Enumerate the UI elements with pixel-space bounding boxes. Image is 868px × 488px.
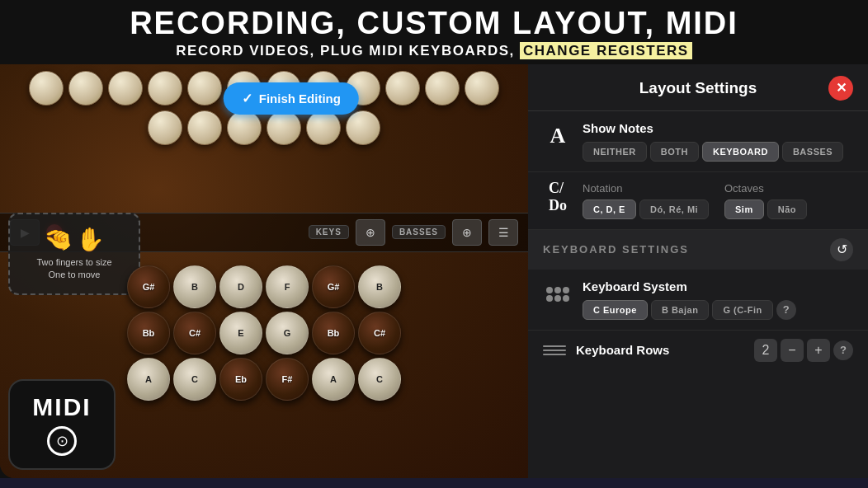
finish-editing-button[interactable]: ✓ Finish Editing — [224, 82, 359, 115]
panel-header: Layout Settings ✕ — [528, 64, 868, 111]
rows-value: 2 — [754, 339, 777, 362]
bass-button[interactable] — [306, 110, 341, 145]
show-notes-keyboard[interactable]: KEYBOARD — [702, 142, 779, 162]
keyboard-settings-header: KEYBOARD SETTINGS ↺ — [528, 230, 868, 270]
dot — [563, 295, 569, 302]
show-notes-both[interactable]: BOTH — [650, 142, 699, 162]
system-bbajan[interactable]: B Bajan — [651, 300, 709, 320]
notes-icon: A — [543, 121, 573, 151]
key-fsharp[interactable]: F# — [266, 358, 309, 401]
notation-two-col: Notation C, D, E Dó, Ré, Mi Octaves Sim … — [583, 182, 853, 219]
keyboard-system-help[interactable]: ? — [776, 300, 796, 320]
rows-decrease-button[interactable]: − — [781, 339, 804, 362]
rows-icon — [543, 339, 566, 362]
bass-button[interactable] — [346, 110, 380, 145]
notation-cde[interactable]: C, D, E — [583, 199, 636, 219]
keyboard-system-label: Keyboard System — [583, 279, 853, 293]
system-gcfin[interactable]: G (C-Fin — [712, 300, 772, 320]
banner-title-line1: RECORDING, CUSTOM LAYOUT, MIDI — [0, 7, 868, 41]
move-icon: ✋ — [76, 226, 105, 253]
key-eb[interactable]: Eb — [219, 358, 262, 401]
rows-increase-button[interactable]: + — [807, 339, 830, 362]
key-bb2[interactable]: Bb — [312, 312, 355, 354]
notation-section: C/Do Notation C, D, E Dó, Ré, Mi Octaves — [528, 172, 868, 230]
show-notes-neither[interactable]: NEITHER — [583, 142, 647, 162]
octaves-buttons: Sim Não — [724, 199, 853, 219]
key-c[interactable]: C — [173, 358, 216, 401]
bass-button[interactable] — [68, 71, 103, 106]
show-notes-buttons: NEITHER BOTH KEYBOARD BASSES — [583, 142, 853, 162]
settings-panel: Layout Settings ✕ A Show Notes NEITHER B… — [528, 64, 868, 478]
key-e[interactable]: E — [219, 312, 262, 354]
dot — [546, 295, 553, 302]
main-area: ▶ KEYS ⊕ BASSES ⊕ ☰ 🤏 ✋ Two fingers to s… — [0, 64, 868, 478]
dot — [554, 295, 561, 302]
show-notes-label: Show Notes — [583, 121, 853, 135]
close-button[interactable]: ✕ — [828, 76, 853, 101]
notation-content: Notation C, D, E Dó, Ré, Mi Octaves Sim … — [583, 182, 853, 219]
key-g[interactable]: G — [266, 312, 309, 354]
keys-label: KEYS — [309, 225, 349, 239]
bass-button[interactable] — [108, 71, 143, 106]
key-a2[interactable]: A — [312, 358, 355, 401]
bass-button[interactable] — [187, 71, 222, 106]
midi-icon: ⊙ — [47, 426, 77, 456]
midi-label: MIDI — [32, 393, 91, 421]
banner-title-line2: RECORD VIDEOS, PLUG MIDI KEYBOARDS, CHAN… — [0, 41, 868, 61]
keyboard-rows-label: Keyboard Rows — [576, 343, 744, 357]
bass-button[interactable] — [29, 71, 64, 106]
row-line — [543, 350, 566, 351]
key-b2[interactable]: B — [358, 265, 401, 308]
keyboard-system-section: Keyboard System C Europe B Bajan G (C-Fi… — [528, 270, 868, 331]
bass-button[interactable] — [148, 110, 182, 145]
dots-pattern-icon — [546, 287, 569, 302]
dot — [554, 287, 561, 293]
bass-button[interactable] — [465, 71, 499, 106]
midi-badge: MIDI ⊙ — [8, 379, 116, 470]
row-line — [543, 354, 566, 355]
panel-title: Layout Settings — [568, 79, 828, 97]
bass-button[interactable] — [227, 110, 262, 145]
accordion-area: ▶ KEYS ⊕ BASSES ⊕ ☰ 🤏 ✋ Two fingers to s… — [0, 64, 528, 478]
resize-icon: 🤏 ✋ — [44, 226, 105, 253]
menu-button[interactable]: ☰ — [488, 219, 518, 246]
bass-button[interactable] — [187, 110, 222, 145]
key-gsharp2[interactable]: G# — [312, 265, 355, 308]
banner-line2-normal: RECORD VIDEOS, PLUG MIDI KEYBOARDS, — [176, 43, 514, 59]
key-d[interactable]: D — [219, 265, 262, 308]
key-row-2: Bb C# E G Bb C# — [0, 310, 528, 356]
notation-doremi[interactable]: Dó, Ré, Mi — [639, 199, 709, 219]
banner-line2-highlight: CHANGE REGISTERS — [520, 42, 692, 59]
bass-button[interactable] — [148, 71, 182, 106]
notation-col: Notation C, D, E Dó, Ré, Mi — [583, 182, 711, 219]
show-notes-content: Show Notes NEITHER BOTH KEYBOARD BASSES — [583, 121, 853, 162]
notation-buttons: C, D, E Dó, Ré, Mi — [583, 199, 711, 219]
system-ceurope[interactable]: C Europe — [583, 300, 648, 320]
keyboard-system-row: Keyboard System C Europe B Bajan G (C-Fi… — [543, 279, 853, 320]
bass-button[interactable] — [267, 110, 301, 145]
bass-button[interactable] — [385, 71, 420, 106]
key-b[interactable]: B — [173, 265, 216, 308]
check-icon: ✓ — [242, 91, 252, 106]
notation-icon: C/Do — [543, 182, 573, 212]
finish-editing-label: Finish Editing — [259, 92, 341, 106]
key-c2[interactable]: C — [358, 358, 401, 401]
bass-button[interactable] — [425, 71, 460, 106]
key-a[interactable]: A — [127, 358, 170, 401]
key-bb[interactable]: Bb — [127, 312, 170, 354]
show-notes-basses[interactable]: BASSES — [782, 142, 843, 162]
key-f[interactable]: F — [266, 265, 309, 308]
key-csharp[interactable]: C# — [173, 312, 216, 354]
top-banner: RECORDING, CUSTOM LAYOUT, MIDI RECORD VI… — [0, 0, 868, 64]
refresh-button[interactable]: ↺ — [830, 238, 853, 261]
key-csharp2[interactable]: C# — [358, 312, 401, 354]
octaves-sim[interactable]: Sim — [724, 199, 764, 219]
key-gsharp[interactable]: G# — [127, 265, 170, 308]
notation-label: Notation — [583, 182, 711, 195]
basses-resize-button[interactable]: ⊕ — [452, 219, 482, 246]
notation-row: C/Do Notation C, D, E Dó, Ré, Mi Octaves — [543, 182, 853, 219]
keyboard-rows-help[interactable]: ? — [833, 340, 853, 360]
keys-resize-button[interactable]: ⊕ — [356, 219, 385, 246]
dot — [546, 287, 553, 293]
octaves-nao[interactable]: Não — [767, 199, 807, 219]
